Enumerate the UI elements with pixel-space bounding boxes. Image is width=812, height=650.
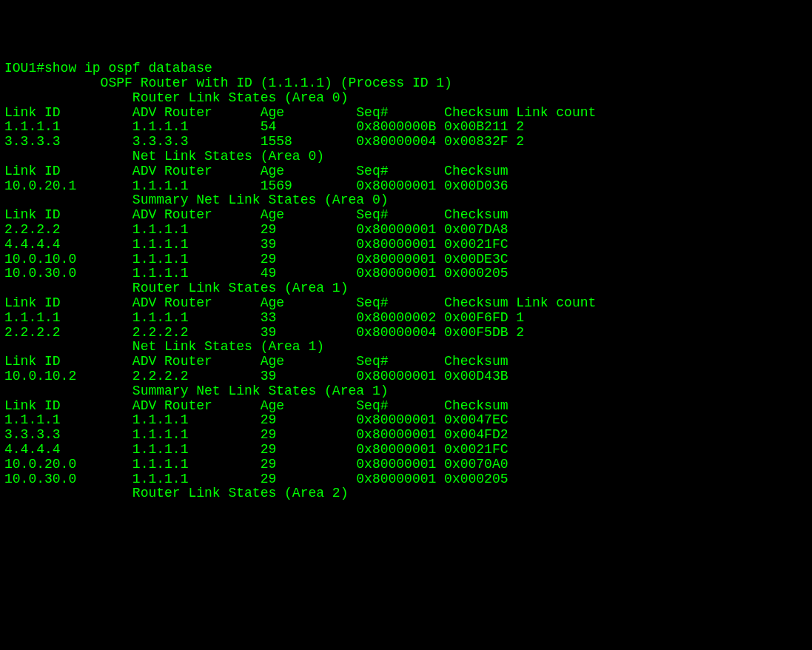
table-row: 10.0.20.1 1.1.1.1 1569 0x80000001 0x00D0… — [4, 179, 808, 194]
table-row: 2.2.2.2 1.1.1.1 29 0x80000001 0x007DA8 — [4, 223, 808, 238]
table-row: 1.1.1.1 1.1.1.1 33 0x80000002 0x00F6FD 1 — [4, 311, 808, 326]
section-title: Router Link States (Area 2) — [4, 486, 808, 501]
table-row: 1.1.1.1 1.1.1.1 29 0x80000001 0x0047EC — [4, 413, 808, 428]
column-header: Link ID ADV Router Age Seq# Checksum — [4, 164, 808, 179]
terminal-output[interactable]: IOU1#show ip ospf database OSPF Router w… — [4, 61, 808, 501]
table-row: 1.1.1.1 1.1.1.1 54 0x8000000B 0x00B211 2 — [4, 120, 808, 135]
table-row: 10.0.30.0 1.1.1.1 29 0x80000001 0x000205 — [4, 472, 808, 487]
section-title: Summary Net Link States (Area 0) — [4, 193, 808, 208]
table-row: 3.3.3.3 3.3.3.3 1558 0x80000004 0x00832F… — [4, 135, 808, 150]
table-row: 4.4.4.4 1.1.1.1 29 0x80000001 0x0021FC — [4, 443, 808, 458]
typed-command: show ip ospf database — [44, 61, 212, 76]
table-row: 10.0.10.0 1.1.1.1 29 0x80000001 0x00DE3C — [4, 252, 808, 267]
column-header: Link ID ADV Router Age Seq# Checksum — [4, 208, 808, 223]
column-header: Link ID ADV Router Age Seq# Checksum Lin… — [4, 106, 808, 121]
section-title: Router Link States (Area 1) — [4, 281, 808, 296]
column-header: Link ID ADV Router Age Seq# Checksum — [4, 355, 808, 369]
ospf-header: OSPF Router with ID (1.1.1.1) (Process I… — [4, 76, 808, 91]
column-header: Link ID ADV Router Age Seq# Checksum Lin… — [4, 296, 808, 311]
table-row: 10.0.10.2 2.2.2.2 39 0x80000001 0x00D43B — [4, 369, 808, 384]
table-row: 2.2.2.2 2.2.2.2 39 0x80000004 0x00F5DB 2 — [4, 326, 808, 341]
section-title: Router Link States (Area 0) — [4, 91, 808, 106]
section-title: Net Link States (Area 0) — [4, 150, 808, 164]
command-line[interactable]: IOU1#show ip ospf database — [4, 61, 808, 76]
section-title: Summary Net Link States (Area 1) — [4, 384, 808, 399]
column-header: Link ID ADV Router Age Seq# Checksum — [4, 399, 808, 414]
table-row: 3.3.3.3 1.1.1.1 29 0x80000001 0x004FD2 — [4, 428, 808, 443]
table-row: 4.4.4.4 1.1.1.1 39 0x80000001 0x0021FC — [4, 238, 808, 252]
prompt: IOU1# — [4, 61, 44, 76]
section-title: Net Link States (Area 1) — [4, 340, 808, 355]
table-row: 10.0.20.0 1.1.1.1 29 0x80000001 0x0070A0 — [4, 458, 808, 472]
table-row: 10.0.30.0 1.1.1.1 49 0x80000001 0x000205 — [4, 267, 808, 281]
